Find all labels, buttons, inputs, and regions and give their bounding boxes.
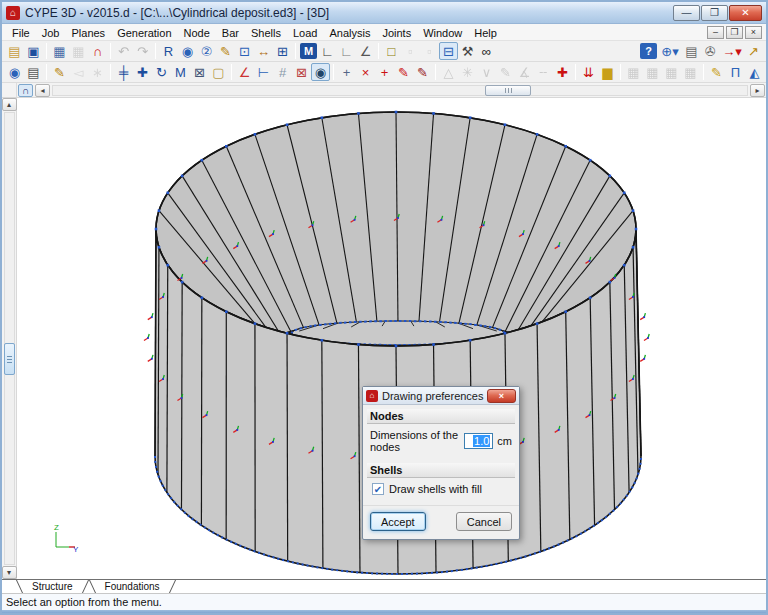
dimensions-label: Dimensions of the nodes [370, 429, 458, 453]
vscroll-track[interactable] [4, 112, 15, 565]
edit-shell-icon[interactable]: ✎ [413, 63, 432, 81]
hscroll-track[interactable] [52, 85, 748, 96]
menu-file[interactable]: File [6, 26, 36, 40]
menu-joints[interactable]: Joints [376, 26, 417, 40]
menu-bar[interactable]: Bar [216, 26, 245, 40]
vscroll-thumb[interactable] [4, 343, 15, 375]
tab-foundations[interactable]: Foundations [89, 580, 176, 593]
local-axes-icon[interactable]: ∠ [235, 63, 254, 81]
node-crosshair-icon[interactable]: ✚ [553, 63, 572, 81]
nodes-group-header: Nodes [367, 409, 515, 424]
support-dash-icon: ╌ [534, 63, 553, 81]
material-icon[interactable]: M [171, 63, 190, 81]
zoom-window-icon[interactable]: ⊡ [235, 42, 254, 60]
minimize-button[interactable]: — [673, 5, 700, 21]
horizontal-rotate-bar: ∩ ◂ ▸ [2, 83, 766, 98]
hscroll-left-arrow[interactable]: ◂ [35, 84, 50, 97]
terrain-icon[interactable]: ◭ [745, 63, 764, 81]
mesh-4-icon: ▦ [681, 63, 700, 81]
redraw-icon[interactable]: R [159, 42, 178, 60]
mdi-restore-button[interactable]: ❐ [726, 26, 743, 39]
sections-icon[interactable]: H [764, 63, 768, 81]
cancel-button[interactable]: Cancel [456, 512, 512, 531]
menu-analysis[interactable]: Analysis [323, 26, 376, 40]
hscroll-thumb[interactable] [485, 85, 531, 96]
tab-structure[interactable]: Structure [16, 580, 89, 593]
plotter-icon[interactable]: ✇ [701, 42, 720, 60]
web-services-icon[interactable]: ⊕▾ [658, 42, 682, 60]
menu-planes[interactable]: Planes [65, 26, 111, 40]
job-data-icon[interactable]: ▦ [50, 42, 69, 60]
tools-icon[interactable]: ⚒ [458, 42, 477, 60]
mdi-minimize-button[interactable]: – [707, 26, 724, 39]
panels-icon[interactable]: ▆ [598, 63, 617, 81]
axes-rotate-icon[interactable]: ∠ [356, 42, 375, 60]
search-icon[interactable]: ∞ [477, 42, 496, 60]
sketch-icon[interactable]: ✎ [707, 63, 726, 81]
toolbar-separator [333, 64, 334, 80]
toolbar-separator [110, 43, 111, 59]
hscroll-right-arrow[interactable]: ▸ [750, 84, 765, 97]
vscroll-up-arrow[interactable]: ▴ [2, 98, 17, 111]
pan-icon[interactable]: ↔ [254, 42, 273, 60]
close-button[interactable]: ✕ [729, 5, 762, 21]
open-job-icon[interactable]: ▤ [5, 42, 24, 60]
vscroll-down-arrow[interactable]: ▾ [2, 566, 17, 579]
rotate-icon[interactable]: ↻ [152, 63, 171, 81]
ortho-view-icon[interactable]: □ [382, 42, 401, 60]
3d-viewport[interactable]: Z Y ⌂ Drawing preferences × Nodes Dimens… [17, 98, 766, 579]
grid-snap-icon[interactable]: # [273, 63, 292, 81]
reports-icon[interactable]: ↗ [744, 42, 763, 60]
status-bar: Select an option from the menu. [2, 593, 766, 610]
delete-box-icon[interactable]: ⊠ [190, 63, 209, 81]
dialog-title-bar[interactable]: ⌂ Drawing preferences × [363, 387, 519, 405]
toolbar-separator [155, 43, 156, 59]
magnet-toggle-icon[interactable]: ∩ [18, 84, 33, 97]
new-bar-icon[interactable]: ╪ [114, 63, 133, 81]
toolbar-separator [295, 43, 296, 59]
view-options-icon[interactable]: ◉ [311, 63, 330, 81]
menu-help[interactable]: Help [468, 26, 503, 40]
comment-icon[interactable]: ▢ [209, 63, 228, 81]
shell-arch-icon[interactable]: Π [726, 63, 745, 81]
menu-window[interactable]: Window [417, 26, 468, 40]
restore-button[interactable]: ❐ [701, 5, 728, 21]
mdi-close-button[interactable]: × [745, 26, 762, 39]
selection-box2-icon: ▫ [420, 42, 439, 60]
menu-load[interactable]: Load [287, 26, 323, 40]
point-icon: ∗ [88, 63, 107, 81]
save-job-icon[interactable]: ▣ [24, 42, 43, 60]
view-3d-icon[interactable]: ◉ [5, 63, 24, 81]
heights-icon[interactable]: ⊢ [254, 63, 273, 81]
node-support-icon[interactable]: + [375, 63, 394, 81]
magnet-icon[interactable]: ∩ [88, 42, 107, 60]
draw-icon[interactable]: ✎ [50, 63, 69, 81]
menu-job[interactable]: Job [36, 26, 66, 40]
delete-grid-icon[interactable]: ⊠ [292, 63, 311, 81]
dimensions-icon[interactable]: ⊟ [439, 42, 458, 60]
redo-icon: ↷ [133, 42, 152, 60]
edit-pencil-icon[interactable]: ✎ [216, 42, 235, 60]
help-icon[interactable]: ? [640, 43, 657, 59]
new-node-icon[interactable]: + [337, 63, 356, 81]
accept-button[interactable]: Accept [370, 512, 426, 531]
delete-node-icon[interactable]: × [356, 63, 375, 81]
print-icon[interactable]: ▤ [682, 42, 701, 60]
previous-view-icon[interactable]: ⊞ [273, 42, 292, 60]
print-view-icon[interactable]: ▤ [24, 63, 43, 81]
zoom-extents-icon[interactable]: ◉ [178, 42, 197, 60]
loads-icon[interactable]: ⇊ [579, 63, 598, 81]
full-view-icon[interactable]: M [300, 43, 317, 59]
draw-shells-checkbox[interactable]: ✔ [372, 483, 384, 495]
axes-xz-icon[interactable]: ∟ [337, 42, 356, 60]
zoom-previous-icon[interactable]: ② [197, 42, 216, 60]
edit-bar-icon[interactable]: ✎ [394, 63, 413, 81]
menu-shells[interactable]: Shells [245, 26, 287, 40]
menu-generation[interactable]: Generation [111, 26, 177, 40]
node-dimensions-input[interactable]: 1.0 [464, 433, 493, 449]
axes-xy-icon[interactable]: ∟ [318, 42, 337, 60]
move-icon[interactable]: ✚ [133, 63, 152, 81]
export-icon[interactable]: →▾ [720, 42, 744, 60]
dialog-close-icon[interactable]: × [487, 389, 516, 403]
menu-node[interactable]: Node [178, 26, 216, 40]
